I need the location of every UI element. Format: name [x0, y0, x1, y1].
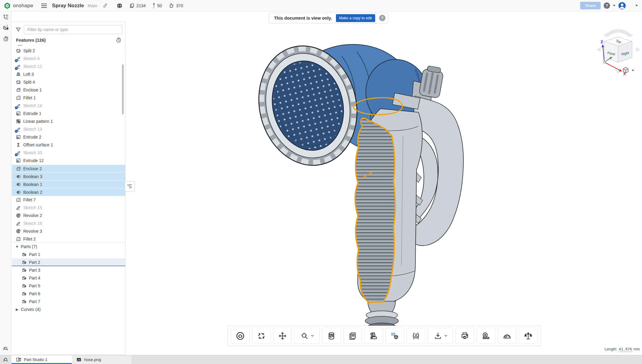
- feature-label: Boolean 1: [23, 182, 42, 187]
- part-row[interactable]: Part 7: [12, 298, 125, 305]
- feature-row[interactable]: Loft 3: [12, 70, 125, 78]
- feature-row[interactable]: Fillet 7: [12, 196, 125, 204]
- angle-measure-button[interactable]: [498, 328, 516, 344]
- export-button[interactable]: [428, 328, 453, 344]
- help-button[interactable]: ?: [604, 2, 610, 9]
- rollback-bar-icon[interactable]: [116, 37, 122, 43]
- measure-button[interactable]: [477, 328, 495, 344]
- document-tab[interactable]: hose.png: [72, 355, 132, 364]
- loft-icon: [16, 72, 21, 77]
- likes-count: 370: [176, 3, 183, 8]
- feature-row[interactable]: Boolean 2: [12, 188, 125, 196]
- history-panel-button[interactable]: [0, 33, 11, 44]
- avatar[interactable]: [618, 2, 626, 9]
- workspace-name[interactable]: Main: [88, 3, 97, 8]
- appearance-button[interactable]: [364, 328, 383, 344]
- part-row[interactable]: Part 2: [12, 258, 125, 266]
- feature-row[interactable]: –Sketch 33: [12, 149, 125, 157]
- view-mode-button[interactable]: [622, 66, 634, 74]
- filter-icon[interactable]: [15, 27, 21, 33]
- part-label: Part 4: [29, 276, 40, 280]
- model-grip-selected[interactable]: [355, 118, 395, 302]
- rotate-view-button[interactable]: [252, 328, 271, 344]
- part-studio-icon: [16, 357, 21, 362]
- feature-row[interactable]: Fillet 1: [12, 94, 125, 102]
- part-row[interactable]: Part 6: [12, 290, 125, 298]
- banner-help-button[interactable]: ?: [379, 15, 385, 21]
- onshape-logo[interactable]: onshape: [4, 2, 33, 9]
- fillet-icon: [16, 197, 21, 203]
- pan-view-button[interactable]: [273, 328, 292, 344]
- part-icon: [21, 276, 27, 281]
- feature-row[interactable]: Extrude 2: [12, 133, 125, 141]
- display-table-button[interactable]: [385, 328, 404, 344]
- model-viewport[interactable]: [251, 36, 483, 338]
- view-home-button[interactable]: [231, 328, 250, 344]
- feature-row[interactable]: –Sketch 13: [12, 125, 125, 133]
- part-row[interactable]: Part 3: [12, 266, 125, 274]
- document-tab[interactable]: Part Studio 1: [11, 355, 72, 364]
- tab-search-button[interactable]: [0, 355, 11, 364]
- panel-collapse-handle[interactable]: [125, 181, 135, 191]
- feature-row[interactable]: Extrude 1: [12, 110, 125, 117]
- feature-row[interactable]: Boolean 3: [12, 172, 125, 180]
- dropdown-caret-icon[interactable]: [444, 335, 447, 337]
- feature-row[interactable]: Enclose 2: [12, 164, 125, 172]
- named-views-button[interactable]: [343, 328, 362, 344]
- curves-section-header[interactable]: ▶ Curves (4): [12, 305, 125, 313]
- image-file-icon: [76, 357, 82, 362]
- feature-row[interactable]: Fillet 2: [12, 235, 125, 242]
- menu-icon[interactable]: [41, 3, 47, 8]
- dropdown-caret-icon[interactable]: [311, 335, 314, 337]
- part-row[interactable]: Part 1: [12, 251, 125, 258]
- feature-list: Split 2–Sketch 6–Sketch 12Loft 3Split 4E…: [12, 44, 125, 242]
- length-value: 41.976: [618, 347, 632, 352]
- make-copy-button[interactable]: Make a copy to edit: [336, 14, 375, 22]
- sketch-icon: –: [16, 127, 21, 132]
- feature-label: Linear pattern 1: [23, 119, 53, 124]
- feature-row[interactable]: Offset surface 1: [12, 141, 125, 149]
- feature-list-scrollbar[interactable]: [122, 64, 124, 114]
- feature-row[interactable]: Sketch 16: [12, 219, 125, 227]
- print-button[interactable]: [455, 328, 474, 344]
- feature-row[interactable]: Linear pattern 1: [12, 117, 125, 125]
- filter-input[interactable]: [24, 25, 122, 34]
- part-icon: [21, 260, 27, 265]
- left-icon-strip: ?: [0, 11, 11, 355]
- feature-label: Extrude 2: [23, 135, 41, 139]
- feature-tree-panel-button[interactable]: [0, 11, 11, 22]
- feature-row[interactable]: Boolean 1: [12, 180, 125, 188]
- help-caret-icon[interactable]: [613, 5, 615, 6]
- parts-section-header[interactable]: ▼ Parts (7): [12, 243, 125, 251]
- view-cube[interactable]: Top Front Right Z X: [593, 26, 642, 77]
- model-help-panel-button[interactable]: ?: [0, 22, 11, 33]
- feature-row[interactable]: –Sketch 6: [12, 55, 125, 62]
- part-row[interactable]: Part 4: [12, 274, 125, 282]
- feature-row[interactable]: –Sketch 14: [12, 102, 125, 110]
- split-icon: [16, 80, 21, 85]
- part-label: Part 6: [29, 291, 40, 296]
- feature-label: Enclose 2: [23, 166, 42, 171]
- feature-row[interactable]: Split 2: [12, 47, 125, 55]
- part-row[interactable]: Part 5: [12, 282, 125, 290]
- sketch-icon: –: [16, 103, 21, 108]
- search-tabs-button[interactable]: [0, 343, 11, 354]
- feature-row[interactable]: Revolve 3: [12, 227, 125, 235]
- mass-properties-button[interactable]: [519, 328, 538, 344]
- feature-row[interactable]: Extrude 12: [12, 157, 125, 164]
- configuration-button[interactable]: [407, 328, 425, 344]
- feature-label: Sketch 6: [23, 56, 40, 61]
- feature-row[interactable]: Sketch 15: [12, 204, 125, 212]
- boolean-icon: [16, 190, 21, 195]
- zoom-view-button[interactable]: [294, 328, 320, 344]
- feature-row[interactable]: Revolve 2: [12, 212, 125, 219]
- feature-row[interactable]: Split 4: [12, 78, 125, 86]
- feature-row[interactable]: Enclose 1: [12, 86, 125, 94]
- link-icon[interactable]: [102, 3, 108, 8]
- share-button[interactable]: Share: [580, 2, 601, 9]
- feature-row[interactable]: –Sketch 12: [12, 62, 125, 70]
- section-view-button[interactable]: [322, 328, 341, 344]
- length-unit: mm: [634, 347, 640, 351]
- logo-text: onshape: [13, 3, 33, 9]
- account-caret-icon[interactable]: [635, 5, 638, 6]
